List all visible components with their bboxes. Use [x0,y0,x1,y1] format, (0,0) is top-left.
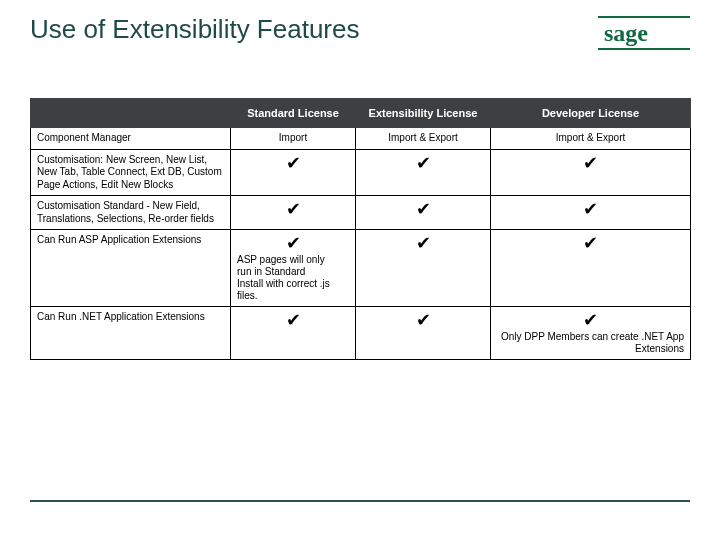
check-icon: ✔ [497,234,684,254]
feature-table: Standard License Extensibility License D… [30,98,690,360]
check-icon: ✔ [362,234,484,254]
cell-feature: Component Manager [31,128,231,150]
check-icon: ✔ [362,311,484,331]
check-icon: ✔ [237,154,349,174]
table-header-row: Standard License Extensibility License D… [31,99,691,128]
check-icon: ✔ [497,311,684,331]
cell-feature: Can Run ASP Application Extensions [31,230,231,307]
cell-note: ASP pages will only run in Standard Inst… [237,254,332,302]
table-row: Can Run ASP Application Extensions ✔ ASP… [31,230,691,307]
check-icon: ✔ [237,311,349,331]
svg-rect-1 [598,48,690,50]
check-icon: ✔ [237,234,349,254]
page-title: Use of Extensibility Features [30,14,359,45]
cell-extensibility: Import & Export [356,128,491,150]
cell-extensibility: ✔ [356,149,491,196]
cell-feature: Customisation Standard - New Field, Tran… [31,196,231,230]
cell-standard: Import [231,128,356,150]
sage-logo: sage [598,16,690,50]
cell-developer: Import & Export [491,128,691,150]
table-row: Can Run .NET Application Extensions ✔ ✔ … [31,306,691,359]
cell-standard: ✔ [231,149,356,196]
cell-standard: ✔ [231,196,356,230]
check-icon: ✔ [362,200,484,220]
check-icon: ✔ [362,154,484,174]
cell-extensibility: ✔ [356,230,491,307]
col-extensibility: Extensibility License [356,99,491,128]
table-row: Component Manager Import Import & Export… [31,128,691,150]
cell-extensibility: ✔ [356,306,491,359]
cell-extensibility: ✔ [356,196,491,230]
table-row: Customisation Standard - New Field, Tran… [31,196,691,230]
cell-developer: ✔ [491,196,691,230]
cell-feature: Can Run .NET Application Extensions [31,306,231,359]
svg-rect-0 [598,16,690,18]
check-icon: ✔ [237,200,349,220]
logo-text: sage [604,20,648,46]
check-icon: ✔ [497,154,684,174]
col-developer: Developer License [491,99,691,128]
table-row: Customisation: New Screen, New List, New… [31,149,691,196]
cell-feature: Customisation: New Screen, New List, New… [31,149,231,196]
cell-developer: ✔ Only DPP Members can create .NET App E… [491,306,691,359]
check-icon: ✔ [497,200,684,220]
col-standard: Standard License [231,99,356,128]
cell-standard: ✔ ASP pages will only run in Standard In… [231,230,356,307]
footer-divider [30,500,690,502]
slide: Use of Extensibility Features sage Stand… [0,0,720,540]
cell-developer: ✔ [491,149,691,196]
col-feature [31,99,231,128]
cell-developer: ✔ [491,230,691,307]
cell-standard: ✔ [231,306,356,359]
cell-note: Only DPP Members can create .NET App Ext… [497,331,684,355]
